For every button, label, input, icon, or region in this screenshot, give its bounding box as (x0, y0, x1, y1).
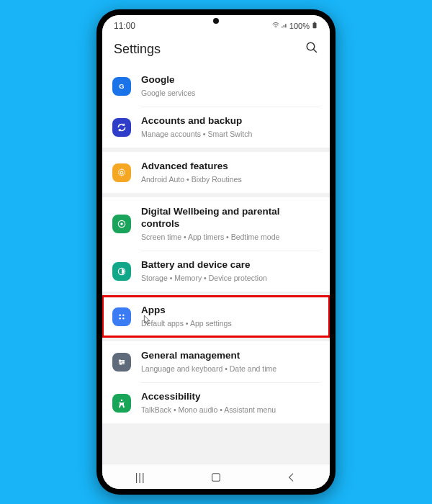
item-subtitle: Storage • Memory • Device protection (141, 273, 267, 283)
item-title: Advanced features (141, 161, 242, 173)
gear-icon (112, 163, 131, 182)
item-title: Accounts and backup (141, 115, 252, 127)
item-subtitle: TalkBack • Mono audio • Assistant menu (141, 405, 276, 415)
status-right: 100% (272, 22, 318, 30)
settings-list: GGoogleGoogle servicesAccounts and backu… (102, 66, 330, 464)
settings-item-apps[interactable]: AppsDefault apps • App settings (102, 296, 330, 337)
svg-point-7 (120, 222, 123, 225)
item-text: Digital Wellbeing and parental controlsS… (141, 206, 320, 242)
wellbeing-icon (112, 215, 131, 233)
item-text: Battery and device careStorage • Memory … (141, 259, 267, 283)
settings-item-general[interactable]: General managementLanguage and keyboard … (102, 341, 330, 382)
settings-item-google[interactable]: GGoogleGoogle services (102, 66, 330, 107)
svg-point-18 (120, 363, 122, 364)
settings-group: GGoogleGoogle servicesAccounts and backu… (102, 66, 330, 152)
item-title: Google (141, 74, 195, 86)
item-title: Accessibility (141, 391, 276, 403)
settings-group: AppsDefault apps • App settings (102, 296, 330, 341)
accessibility-icon (112, 394, 131, 413)
item-subtitle: Android Auto • Bixby Routines (141, 174, 242, 184)
google-icon: G (112, 77, 131, 96)
item-text: GoogleGoogle services (141, 74, 195, 98)
general-icon (112, 353, 131, 372)
svg-point-12 (122, 318, 125, 320)
svg-point-11 (119, 318, 121, 320)
settings-item-advanced[interactable]: Advanced featuresAndroid Auto • Bixby Ro… (102, 152, 330, 193)
item-subtitle: Default apps • App settings (141, 318, 232, 328)
svg-line-3 (313, 49, 317, 53)
signal-icon (281, 22, 288, 30)
item-subtitle: Language and keyboard • Date and time (141, 364, 276, 374)
svg-point-17 (122, 361, 124, 363)
status-time: 11:00 (114, 21, 135, 31)
screen: 11:00 100% Settings GGoogleGoogle servic… (102, 15, 330, 489)
search-icon[interactable] (305, 41, 318, 57)
settings-item-accounts[interactable]: Accounts and backupManage accounts • Sma… (102, 107, 330, 148)
sync-icon (112, 118, 131, 137)
item-subtitle: Google services (141, 88, 195, 98)
settings-group: Advanced featuresAndroid Auto • Bixby Ro… (102, 152, 330, 197)
settings-item-battery[interactable]: Battery and device careStorage • Memory … (102, 251, 330, 292)
settings-header: Settings (102, 34, 330, 66)
item-text: General managementLanguage and keyboard … (141, 350, 276, 374)
nav-bar: ||| (102, 464, 330, 489)
svg-point-2 (307, 42, 315, 50)
nav-home[interactable] (202, 472, 230, 483)
battery-icon (112, 262, 131, 281)
svg-point-10 (122, 314, 125, 316)
phone-frame: 11:00 100% Settings GGoogleGoogle servic… (96, 9, 336, 495)
item-title: Apps (141, 305, 232, 317)
page-title: Settings (114, 42, 161, 57)
svg-rect-1 (314, 22, 316, 22)
item-title: Digital Wellbeing and parental controls (141, 206, 320, 230)
front-camera (213, 18, 219, 24)
nav-recent[interactable]: ||| (126, 472, 155, 483)
svg-point-5 (120, 171, 123, 174)
svg-text:G: G (119, 82, 124, 89)
svg-point-16 (120, 359, 121, 361)
svg-point-19 (121, 399, 122, 400)
item-subtitle: Manage accounts • Smart Switch (141, 129, 252, 139)
svg-point-9 (119, 314, 121, 316)
item-text: AccessibilityTalkBack • Mono audio • Ass… (141, 391, 276, 415)
battery-percent: 100% (289, 22, 310, 30)
item-text: Advanced featuresAndroid Auto • Bixby Ro… (141, 161, 242, 184)
apps-icon (112, 307, 131, 326)
settings-item-accessibility[interactable]: AccessibilityTalkBack • Mono audio • Ass… (102, 382, 330, 423)
settings-item-wellbeing[interactable]: Digital Wellbeing and parental controlsS… (102, 197, 330, 251)
item-text: AppsDefault apps • App settings (141, 305, 232, 328)
item-text: Accounts and backupManage accounts • Sma… (141, 115, 252, 139)
battery-icon (311, 22, 318, 30)
settings-group: Digital Wellbeing and parental controlsS… (102, 197, 330, 296)
wifi-icon (272, 22, 279, 30)
item-subtitle: Screen time • App timers • Bedtime mode (141, 232, 320, 242)
settings-group: General managementLanguage and keyboard … (102, 341, 330, 423)
item-title: Battery and device care (141, 259, 267, 271)
nav-back[interactable] (277, 472, 306, 483)
svg-rect-20 (212, 474, 220, 482)
item-title: General management (141, 350, 276, 362)
svg-rect-0 (313, 23, 317, 29)
